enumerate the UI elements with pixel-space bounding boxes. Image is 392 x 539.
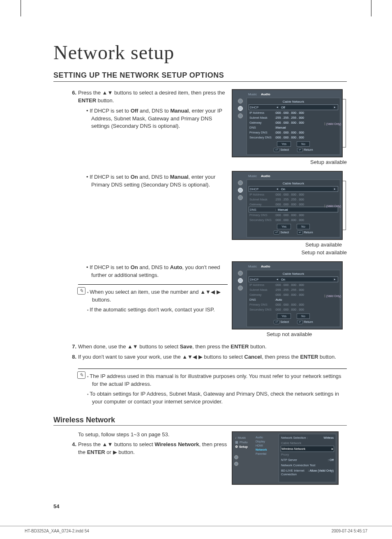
footer: HT-BD3252A_XAA_0724-2.indd 54 2009-07-24… — [0, 526, 392, 533]
note-item: If the automatic settings don't work, co… — [92, 306, 228, 314]
page-title: Network setup — [53, 41, 347, 64]
caption-2a: Setup available — [232, 242, 347, 248]
osd-screenshot-1: MusicAudio Cable Network DHCP◂Off▸ IP Ad… — [232, 89, 343, 157]
note-block-2: ✎ The IP address used in this manual is … — [78, 369, 347, 406]
bullet-dhcp-on-manual: If DHCP is set to On and, DNS to Manual,… — [91, 173, 228, 189]
sub-intro: To setup, follow steps 1~3 on page 53. — [78, 431, 228, 438]
caption-2b: Setup not available — [232, 249, 347, 256]
step-4: 4.Press the ▲▼ buttons to select Wireles… — [78, 441, 228, 456]
osd-screenshot-wireless: ♪Music ▦Photo ⚙Setup Audio Display HDMI … — [232, 431, 339, 485]
note-icon: ✎ — [77, 287, 85, 295]
caption-1: Setup available — [232, 159, 347, 165]
section-heading: SETTING UP THE NETWORK SETUP OPTIONS — [53, 71, 347, 82]
note-block-1: ✎ When you select an item, use the numbe… — [78, 284, 228, 314]
osd-screenshot-2: MusicAudio Cable Network DHCP◂On▸ IP Add… — [232, 171, 343, 240]
bullet-dhcp-off-manual: If DHCP is set to Off and, DNS to Manual… — [91, 107, 228, 131]
subsection-heading: Wireless Network — [53, 416, 347, 426]
footer-left: HT-BD3252A_XAA_0724-2.indd 54 — [25, 529, 89, 533]
page-number: 54 — [53, 503, 59, 509]
caption-3: Setup not available — [232, 331, 347, 337]
osd-icon — [238, 113, 243, 118]
note-icon: ✎ — [77, 371, 85, 379]
step-7: 7.When done, use the ▲▼ buttons to selec… — [78, 343, 347, 351]
note-item: The IP address used in this manual is fo… — [92, 372, 347, 388]
note-item: To obtain settings for IP Address, Subne… — [92, 390, 347, 406]
osd-icon — [238, 106, 243, 111]
osd-icon — [238, 99, 243, 104]
osd-screenshot-3: MusicAudio Cable Network DHCP◂On▸ IP Add… — [232, 261, 343, 329]
step-6: 6.Press the ▲▼ buttons to select a desir… — [78, 89, 228, 105]
note-item: When you select an item, use the number … — [92, 288, 228, 304]
bullet-dhcp-on-auto: If DHCP is set to On and, DNS to Auto, y… — [91, 264, 228, 279]
footer-right: 2009-07-24 5:45:17 — [332, 529, 367, 533]
step-8: 8.If you don't want to save your work, u… — [78, 353, 347, 361]
